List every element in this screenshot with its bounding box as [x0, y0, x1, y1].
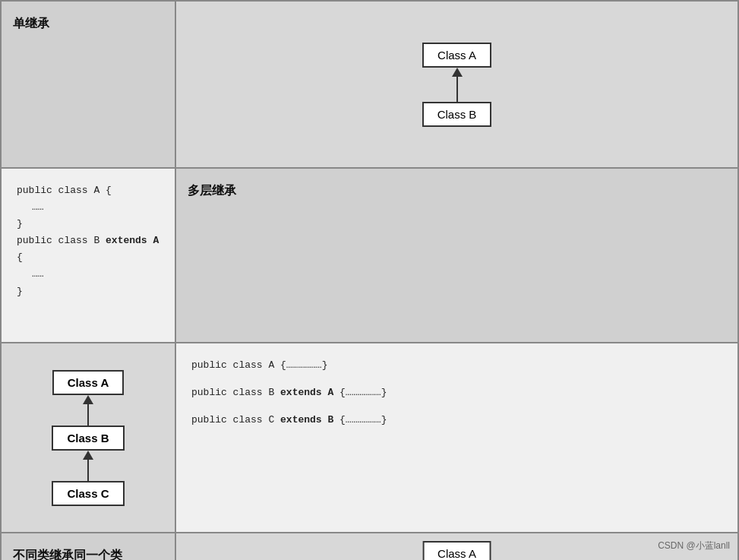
arrowline-multi-1 — [87, 404, 89, 426]
class-a-box-single: Class A — [422, 43, 491, 68]
diff-inherit-label: 不同类继承同一个类 — [1, 533, 175, 560]
arrow-multi-2 — [83, 451, 93, 481]
code-line-6: } — [17, 283, 159, 300]
diff-arrows-svg — [374, 533, 541, 560]
multi-code-spacer2 — [191, 401, 387, 412]
diff-inherit-title: 不同类继承同一个类 — [13, 547, 122, 560]
single-inherit-code: public class A { …… } public class B ext… — [1, 168, 175, 343]
multi-inherit-title: 多层继承 — [188, 182, 236, 199]
code-block-single: public class A { …… } public class B ext… — [17, 182, 159, 300]
multi-code-spacer1 — [191, 374, 387, 384]
diff-inherit-diagram: Class A Class B Class C — [175, 533, 738, 560]
single-inherit-title: 单继承 — [13, 15, 49, 32]
arrow-single — [452, 68, 463, 102]
watermark: CSDN @小蓝lanll — [658, 539, 730, 552]
code-block-multi: public class A {………………} public class B e… — [191, 357, 387, 429]
multi-code-3: public class C extends B {………………} — [191, 412, 387, 429]
single-inherit-uml: Class A Class B — [422, 43, 492, 127]
arrowhead-multi-1 — [83, 395, 93, 404]
single-inherit-diagram: Class A Class B — [175, 1, 738, 168]
arrow-line-single — [456, 77, 458, 102]
multi-inherit-label: 多层继承 — [175, 168, 738, 343]
single-inherit-label: 单继承 — [1, 1, 175, 168]
class-b-box-single: Class B — [422, 102, 492, 127]
multi-inherit-uml: Class A Class B Class C — [52, 370, 124, 506]
class-c-box-multi: Class C — [52, 481, 124, 506]
multi-inherit-diagram: Class A Class B Class C — [1, 343, 175, 533]
class-a-box-multi: Class A — [52, 370, 124, 395]
code-line-5: …… — [17, 266, 159, 283]
code-line-1: public class A { — [17, 182, 159, 199]
diff-inherit-uml: Class A Class B Class C — [374, 533, 541, 560]
class-b-box-multi: Class B — [52, 426, 124, 451]
main-grid: 单继承 Class A Class B public class A { …… … — [0, 0, 739, 560]
code-line-3: } — [17, 216, 159, 233]
code-line-2: …… — [17, 199, 159, 216]
multi-inherit-code: public class A {………………} public class B e… — [175, 343, 738, 533]
code-line-4: public class B extends A { — [17, 233, 159, 266]
arrowhead-multi-2 — [83, 451, 93, 460]
arrowline-multi-2 — [87, 460, 89, 481]
multi-code-1: public class A {………………} — [191, 357, 387, 374]
arrow-multi-1 — [83, 395, 93, 426]
multi-code-2: public class B extends A {………………} — [191, 384, 387, 401]
arrow-head-single — [452, 68, 463, 77]
